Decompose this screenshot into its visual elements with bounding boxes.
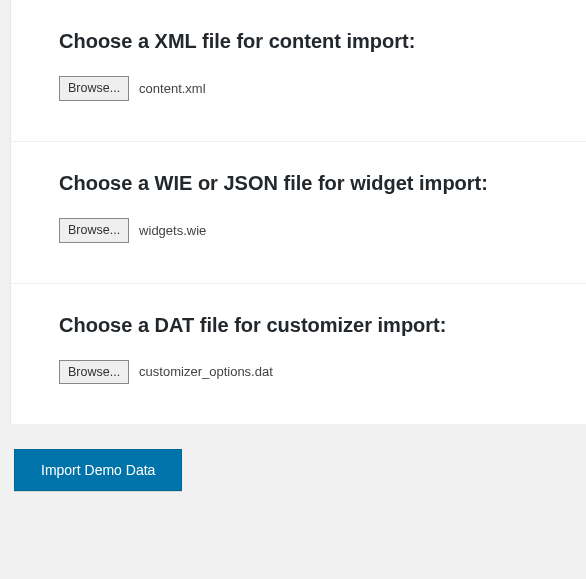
import-panel: Choose a XML file for content import: Br… (10, 0, 586, 425)
customizer-file-row: Browse... customizer_options.dat (59, 360, 538, 385)
content-import-title: Choose a XML file for content import: (59, 28, 538, 54)
customizer-file-name: customizer_options.dat (139, 364, 273, 379)
widget-import-title: Choose a WIE or JSON file for widget imp… (59, 170, 538, 196)
widget-import-section: Choose a WIE or JSON file for widget imp… (11, 142, 586, 284)
widget-file-row: Browse... widgets.wie (59, 218, 538, 243)
customizer-import-title: Choose a DAT file for customizer import: (59, 312, 538, 338)
content-import-section: Choose a XML file for content import: Br… (11, 0, 586, 142)
customizer-browse-button[interactable]: Browse... (59, 360, 129, 385)
content-file-row: Browse... content.xml (59, 76, 538, 101)
widget-file-name: widgets.wie (139, 223, 206, 238)
footer-actions: Import Demo Data (0, 425, 586, 491)
import-demo-data-button[interactable]: Import Demo Data (14, 449, 182, 491)
content-file-name: content.xml (139, 81, 205, 96)
widget-browse-button[interactable]: Browse... (59, 218, 129, 243)
customizer-import-section: Choose a DAT file for customizer import:… (11, 284, 586, 426)
content-browse-button[interactable]: Browse... (59, 76, 129, 101)
